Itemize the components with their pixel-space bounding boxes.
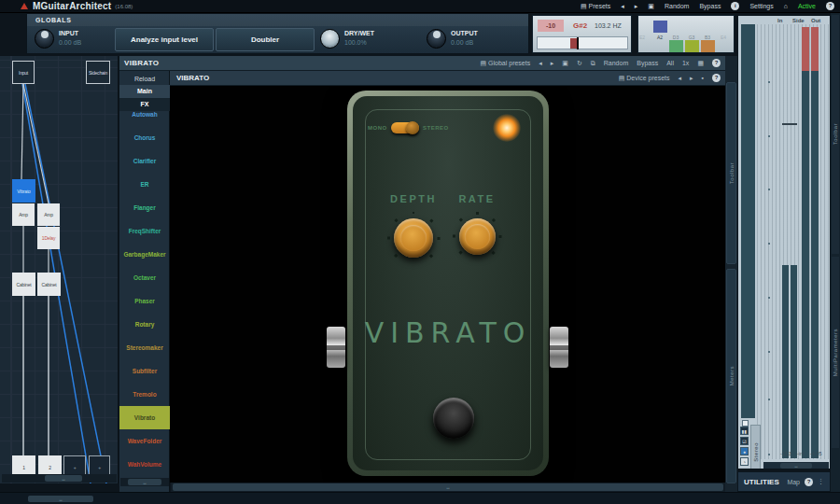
device-hscrollbar[interactable]: ↔ bbox=[171, 483, 725, 492]
settings-button[interactable]: Settings bbox=[749, 3, 773, 9]
input-label: INPUT bbox=[59, 30, 78, 36]
detected-note-block bbox=[653, 21, 667, 33]
fx-grid-icon[interactable]: ▦ bbox=[697, 60, 704, 67]
drywet-knob[interactable] bbox=[320, 29, 340, 49]
reload-button[interactable]: Reload bbox=[119, 73, 170, 85]
random-button[interactable]: Random bbox=[665, 3, 689, 9]
app-version: (16.08) bbox=[115, 4, 133, 9]
fx-item-stereomaker[interactable]: Stereomaker bbox=[119, 336, 170, 359]
meter-col-out: Out bbox=[811, 18, 820, 23]
fx-bypass-button[interactable]: Bypass bbox=[637, 60, 658, 66]
stereo-tab[interactable]: Stereo bbox=[750, 425, 761, 469]
meter-readout-out: -4.95 bbox=[810, 451, 822, 456]
fx-once-button[interactable]: 1x bbox=[682, 60, 689, 66]
output-value: 0.00 dB bbox=[451, 39, 473, 46]
melda-logo-icon bbox=[21, 3, 28, 9]
device-prev-icon[interactable]: ◂ bbox=[678, 75, 681, 82]
graph-hscrollbar[interactable]: ↔ bbox=[2, 474, 117, 483]
node-sidechain[interactable]: Sidechain bbox=[86, 61, 110, 84]
fx-copy-icon[interactable]: ⧉ bbox=[591, 60, 595, 67]
node-vibrato[interactable]: Vibrato bbox=[12, 179, 35, 203]
toolbar-collapsed-panel[interactable]: Toolbar bbox=[726, 82, 736, 264]
tuner-bar bbox=[537, 36, 628, 49]
utilities-menu-icon[interactable]: ⋮ bbox=[818, 478, 824, 485]
tuner-center-mark bbox=[577, 37, 579, 49]
node-cabinet-1[interactable]: Cabinet bbox=[12, 273, 35, 296]
pedal-title: VIBRATO bbox=[353, 316, 543, 349]
multiparameters-collapsed[interactable]: MultiParameters bbox=[832, 257, 839, 448]
fx-random-button[interactable]: Random bbox=[604, 60, 628, 66]
active-toggle[interactable]: Active bbox=[798, 3, 816, 9]
fx-ab-icon[interactable]: ▣ bbox=[562, 60, 568, 67]
fx-item-octaver[interactable]: Octaver bbox=[119, 266, 170, 289]
device-menu-icon[interactable]: ▪ bbox=[702, 75, 704, 81]
node-delay[interactable]: 1Delay bbox=[37, 227, 60, 249]
fx-item-chorus[interactable]: Chorus bbox=[119, 126, 170, 149]
ab-compare-icon[interactable]: ▣ bbox=[648, 3, 654, 10]
fx-item-er[interactable]: ER bbox=[119, 173, 170, 196]
output-knob[interactable] bbox=[427, 29, 446, 49]
fx-item-wavefolder[interactable]: WaveFolder bbox=[119, 429, 170, 453]
tuner-panel: -10 G#2 103.2 HZ bbox=[532, 15, 632, 53]
pedal-face: MONO STEREO DEPTH RATE bbox=[353, 96, 543, 470]
fx-item-tremolo[interactable]: Tremolo bbox=[119, 383, 170, 406]
footswitch-button[interactable] bbox=[433, 398, 474, 439]
presets-menu[interactable]: ▤ Presets bbox=[581, 3, 610, 10]
analyze-input-level-button[interactable]: Analyze input level bbox=[115, 28, 214, 51]
meter-mode-icon[interactable]: ● bbox=[740, 447, 749, 455]
fx-item-freqshifter[interactable]: FreqShifter bbox=[119, 219, 170, 243]
info-icon[interactable]: i bbox=[731, 2, 739, 10]
meter-reset-icon[interactable] bbox=[742, 420, 749, 427]
fx-item-garbagemaker[interactable]: GarbageMaker bbox=[119, 243, 170, 266]
map-button[interactable]: Map bbox=[787, 479, 800, 485]
device-help-icon[interactable]: ? bbox=[712, 74, 721, 82]
input-knob[interactable] bbox=[35, 29, 54, 49]
fx-help-icon[interactable]: ? bbox=[712, 59, 721, 67]
fx-item-subfilter[interactable]: Subfilter bbox=[119, 359, 170, 383]
fx-all-button[interactable]: All bbox=[666, 60, 674, 66]
app-title: MGuitarArchitect bbox=[33, 1, 111, 11]
node-cabinet-2[interactable]: Cabinet bbox=[37, 273, 61, 296]
meter-pause-icon[interactable]: ▮▮ bbox=[740, 427, 749, 435]
fx-next-icon[interactable]: ▸ bbox=[551, 60, 554, 67]
fx-item-phaser[interactable]: Phaser bbox=[119, 289, 170, 313]
device-next-icon[interactable]: ▸ bbox=[690, 75, 693, 82]
fx-item-clarifier[interactable]: Clarifier bbox=[119, 149, 170, 173]
meters-collapsed-panel[interactable]: Meters bbox=[726, 269, 736, 483]
in-meter-left bbox=[782, 265, 789, 458]
fx-item-vibrato-selected[interactable]: Vibrato bbox=[119, 406, 170, 429]
utilities-help-icon[interactable]: ? bbox=[805, 478, 813, 486]
preset-next-icon[interactable]: ▸ bbox=[635, 3, 638, 10]
tab-main[interactable]: Main bbox=[119, 85, 170, 98]
fx-item-rotary[interactable]: Rotary bbox=[119, 313, 170, 336]
depth-knob[interactable] bbox=[394, 218, 433, 258]
node-input[interactable]: Input bbox=[12, 61, 35, 84]
fx-item-autowah[interactable]: Autowah bbox=[119, 103, 170, 126]
preset-prev-icon[interactable]: ◂ bbox=[621, 3, 624, 10]
device-presets-menu[interactable]: ▤ Device presets bbox=[619, 75, 670, 82]
meter-random-icon[interactable]: ⚂ bbox=[740, 437, 749, 445]
meters-hscrollbar[interactable]: ↔ bbox=[763, 462, 829, 469]
mono-stereo-toggle[interactable] bbox=[391, 122, 419, 133]
rate-knob[interactable] bbox=[459, 218, 496, 255]
node-amp-2[interactable]: Amp bbox=[37, 203, 60, 226]
utilities-bar: UTILITIES Map ? ⋮ bbox=[737, 471, 831, 492]
string-label-a2: A2 bbox=[654, 35, 665, 40]
home-icon[interactable]: ⌂ bbox=[784, 3, 788, 9]
help-icon[interactable]: ? bbox=[826, 2, 834, 10]
bypass-button[interactable]: Bypass bbox=[699, 3, 721, 9]
doubler-button[interactable]: Doubler bbox=[216, 28, 315, 51]
bottom-hscrollbar[interactable]: ↔ bbox=[28, 496, 93, 502]
fx-undo-icon[interactable]: ↻ bbox=[577, 60, 582, 67]
out-clip-left bbox=[802, 27, 809, 71]
meter-clock-icon[interactable]: ◔ bbox=[740, 457, 749, 466]
toggle-knob-icon bbox=[406, 121, 419, 134]
fx-prev-icon[interactable]: ◂ bbox=[539, 60, 542, 67]
toolbar-right-collapsed[interactable]: Toolbar bbox=[832, 15, 839, 254]
fx-item-wahvolume[interactable]: WahVolume bbox=[119, 453, 170, 476]
globals-header: GLOBALS bbox=[35, 17, 71, 23]
global-presets-menu[interactable]: ▤ Global presets bbox=[481, 60, 531, 67]
sidebar-hscrollbar[interactable]: ↔ bbox=[120, 478, 169, 486]
fx-item-flanger[interactable]: Flanger bbox=[119, 196, 170, 219]
node-amp-1[interactable]: Amp bbox=[12, 203, 35, 226]
